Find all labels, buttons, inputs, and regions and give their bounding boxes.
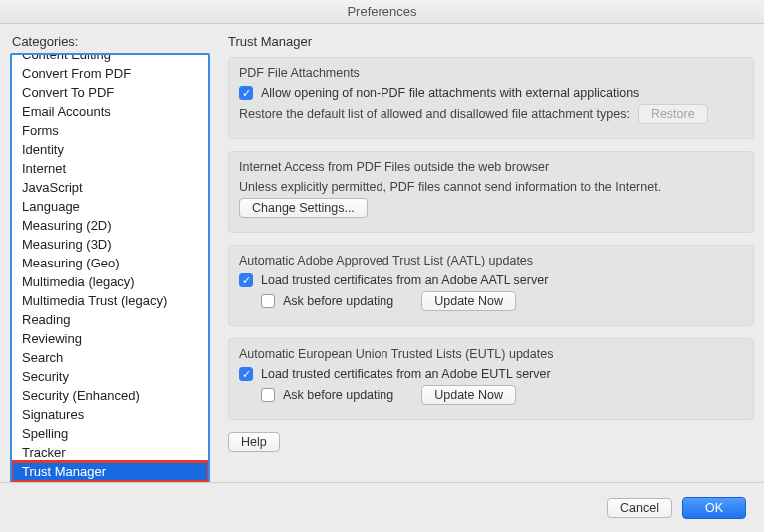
category-item-convert-from-pdf[interactable]: Convert From PDF xyxy=(12,64,208,83)
category-item-measuring-3d[interactable]: Measuring (3D) xyxy=(12,235,208,254)
checkbox-aatl-load[interactable] xyxy=(239,273,253,287)
checkbox-allow-open-nonpdf[interactable] xyxy=(239,86,253,100)
group-internet-access: Internet Access from PDF Files outside t… xyxy=(228,151,754,233)
group-eutl: Automatic European Union Trusted Lists (… xyxy=(228,338,754,420)
group-title-attachments: PDF File Attachments xyxy=(239,66,743,80)
categories-label: Categories: xyxy=(12,34,210,49)
category-item-trust-manager[interactable]: Trust Manager xyxy=(12,462,208,481)
eutl-update-now-button[interactable]: Update Now xyxy=(421,385,516,405)
window-titlebar: Preferences xyxy=(0,0,764,24)
category-item-content-editing[interactable]: Content Editing xyxy=(12,53,208,64)
category-item-security[interactable]: Security xyxy=(12,367,208,386)
categories-list[interactable]: Content EditingConvert From PDFConvert T… xyxy=(10,53,210,514)
group-title-aatl: Automatic Adobe Approved Trust List (AAT… xyxy=(239,254,743,267)
category-item-javascript[interactable]: JavaScript xyxy=(12,178,208,197)
category-item-tracker[interactable]: Tracker xyxy=(12,443,208,462)
category-item-identity[interactable]: Identity xyxy=(12,140,208,159)
checkbox-aatl-ask[interactable] xyxy=(261,294,275,308)
category-item-reading[interactable]: Reading xyxy=(12,310,208,329)
internet-desc: Unless explicitly permitted, PDF files c… xyxy=(239,180,661,194)
panel-title: Trust Manager xyxy=(228,34,754,49)
group-title-eutl: Automatic European Union Trusted Lists (… xyxy=(239,347,743,361)
category-item-signatures[interactable]: Signatures xyxy=(12,405,208,424)
group-pdf-attachments: PDF File Attachments Allow opening of no… xyxy=(228,57,754,139)
label-eutl-ask: Ask before updating xyxy=(283,388,393,402)
aatl-update-now-button[interactable]: Update Now xyxy=(421,291,516,311)
category-item-search[interactable]: Search xyxy=(12,348,208,367)
label-allow-open-nonpdf: Allow opening of non-PDF file attachment… xyxy=(261,86,639,100)
category-item-convert-to-pdf[interactable]: Convert To PDF xyxy=(12,83,208,102)
category-item-email-accounts[interactable]: Email Accounts xyxy=(12,102,208,121)
change-settings-button[interactable]: Change Settings... xyxy=(239,198,368,218)
category-item-reviewing[interactable]: Reviewing xyxy=(12,329,208,348)
category-item-measuring-geo[interactable]: Measuring (Geo) xyxy=(12,254,208,272)
cancel-button[interactable]: Cancel xyxy=(607,498,672,518)
label-aatl-ask: Ask before updating xyxy=(283,294,393,308)
help-button[interactable]: Help xyxy=(228,432,280,452)
label-aatl-load: Load trusted certificates from an Adobe … xyxy=(261,273,548,287)
category-item-security-enhanced[interactable]: Security (Enhanced) xyxy=(12,386,208,405)
category-item-measuring-2d[interactable]: Measuring (2D) xyxy=(12,216,208,235)
group-title-internet: Internet Access from PDF Files outside t… xyxy=(239,160,743,174)
label-restore-default: Restore the default list of allowed and … xyxy=(239,107,630,121)
group-aatl: Automatic Adobe Approved Trust List (AAT… xyxy=(228,245,754,326)
category-item-forms[interactable]: Forms xyxy=(12,121,208,140)
checkbox-eutl-ask[interactable] xyxy=(261,388,275,402)
category-item-multimedia-legacy[interactable]: Multimedia (legacy) xyxy=(12,272,208,291)
checkbox-eutl-load[interactable] xyxy=(239,367,253,381)
category-item-internet[interactable]: Internet xyxy=(12,159,208,178)
ok-button[interactable]: OK xyxy=(682,497,746,519)
category-item-language[interactable]: Language xyxy=(12,197,208,216)
category-item-multimedia-trust-legacy[interactable]: Multimedia Trust (legacy) xyxy=(12,291,208,310)
label-eutl-load: Load trusted certificates from an Adobe … xyxy=(261,367,551,381)
category-item-spelling[interactable]: Spelling xyxy=(12,424,208,443)
dialog-footer: Cancel OK xyxy=(0,482,764,532)
restore-button[interactable]: Restore xyxy=(638,104,708,124)
window-title: Preferences xyxy=(347,4,416,19)
